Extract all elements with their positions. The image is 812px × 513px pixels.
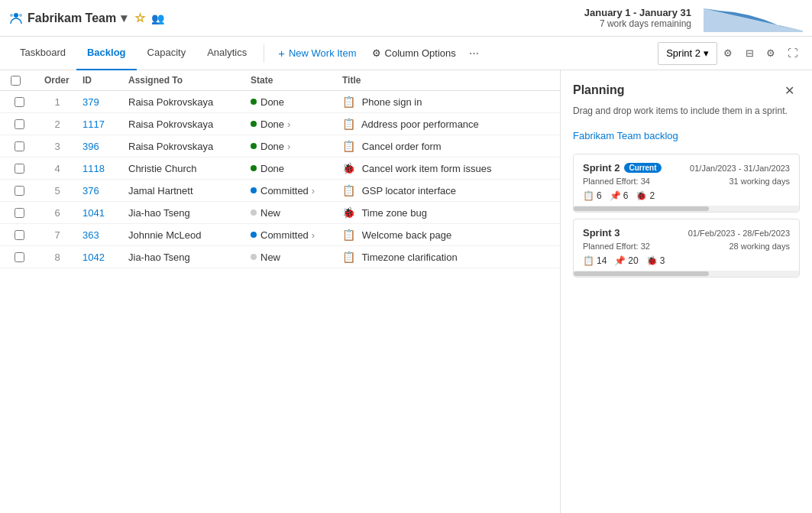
row-checkbox[interactable]: [15, 164, 24, 174]
tab-analytics[interactable]: Analytics: [196, 37, 257, 70]
col-header-title: Title: [336, 70, 560, 91]
state-dot: [251, 143, 257, 149]
more-options-button[interactable]: ⋯: [464, 43, 485, 64]
filter-icon[interactable]: ⊟: [739, 43, 760, 64]
row-assigned: Jia-hao Tseng: [122, 246, 244, 268]
task-icon: 📌: [614, 255, 626, 266]
work-item-id-link[interactable]: 1042: [82, 252, 105, 263]
row-checkbox-cell: [0, 135, 38, 157]
state-dot: [251, 121, 257, 127]
table-row: 6 1041 Jia-hao Tseng New 🐞 Time zone bug: [0, 202, 560, 224]
col-header-checkbox: [0, 70, 38, 91]
bug-icon: 🐞: [636, 190, 647, 201]
app-header: Fabrikam Team ▾ ☆ 👥 January 1 - January …: [0, 0, 812, 37]
sprint-tasks-count: 📌 20: [614, 255, 638, 266]
sprint-title-row: Sprint 2 Current 01/Jan/2023 - 31/Jan/20…: [583, 162, 790, 174]
state-text: New: [260, 207, 280, 219]
row-id: 1117: [76, 113, 122, 135]
planning-header: Planning ✕: [561, 70, 812, 106]
tab-capacity[interactable]: Capacity: [137, 37, 197, 70]
work-item-id-link[interactable]: 363: [82, 229, 99, 241]
star-icon[interactable]: ☆: [134, 11, 145, 25]
sprint-card-header: Sprint 3 01/Feb/2023 - 28/Feb/2023 Plann…: [574, 219, 799, 271]
bug-icon: 🐞: [342, 206, 355, 219]
column-options-icon: ⚙: [372, 47, 381, 59]
title-text: Cancel order form: [362, 141, 442, 152]
row-checkbox[interactable]: [15, 252, 24, 262]
row-order: 5: [38, 180, 76, 202]
state-dot: [251, 209, 257, 216]
title-text: Time zone bug: [361, 207, 427, 219]
col-header-id: ID: [76, 70, 122, 91]
row-checkbox[interactable]: [15, 97, 24, 107]
expand-arrow: ›: [312, 185, 315, 196]
tasks-num: 6: [623, 190, 629, 201]
work-item-id-link[interactable]: 1117: [82, 119, 105, 130]
table-row: 5 376 Jamal Hartnett Committed › 📋 GSP l…: [0, 180, 560, 202]
story-icon: 📋: [583, 190, 594, 201]
select-all-checkbox[interactable]: [11, 76, 21, 86]
settings-icon[interactable]: ⚙: [760, 43, 781, 64]
sprint-scrollbar-thumb: [574, 206, 709, 211]
title-text: GSP locator interface: [362, 185, 456, 196]
row-checkbox[interactable]: [15, 230, 24, 240]
state-text: New: [260, 252, 280, 263]
sprint-dropdown[interactable]: Sprint 2 ▾: [658, 42, 717, 65]
story-icon: 📋: [583, 255, 594, 266]
row-checkbox[interactable]: [15, 141, 24, 151]
members-icon[interactable]: 👥: [151, 12, 164, 24]
work-item-id-link[interactable]: 1118: [82, 163, 105, 174]
title-text: Address poor performance: [361, 119, 479, 130]
planning-description: Drag and drop work items to include them…: [561, 106, 812, 124]
work-item-id-link[interactable]: 376: [82, 185, 99, 196]
state-dot: [251, 187, 257, 193]
table-row: 1 379 Raisa Pokrovskaya Done 📋 Phone sig…: [0, 91, 560, 113]
row-checkbox-cell: [0, 113, 38, 135]
row-state: Done: [244, 91, 336, 113]
row-state: Committed ›: [244, 180, 336, 202]
work-item-id-link[interactable]: 396: [82, 141, 99, 152]
row-checkbox-cell: [0, 202, 38, 224]
story-icon: 📋: [342, 118, 355, 130]
dropdown-chevron-icon: ▾: [704, 47, 709, 59]
row-assigned: Raisa Pokrovskaya: [122, 135, 244, 157]
state-text: Done: [260, 119, 284, 130]
bugs-num: 2: [649, 190, 655, 201]
bug-icon: 🐞: [342, 162, 355, 174]
backlog-link[interactable]: Fabrikam Team backlog: [573, 130, 678, 141]
fullscreen-icon[interactable]: ⛶: [781, 43, 803, 64]
sprint-card-header: Sprint 2 Current 01/Jan/2023 - 31/Jan/20…: [574, 154, 799, 206]
column-options-button[interactable]: ⚙ Column Options: [364, 41, 464, 66]
sprint-scrollbar[interactable]: [574, 206, 799, 212]
main-layout: Order ID Assigned To State Title 1 379 R…: [0, 70, 812, 513]
new-work-item-button[interactable]: + New Work Item: [270, 41, 364, 66]
row-checkbox[interactable]: [15, 208, 24, 218]
col-header-assigned: Assigned To: [122, 70, 244, 91]
sprint-name: Sprint 2: [583, 162, 620, 174]
work-item-id-link[interactable]: 379: [82, 96, 99, 108]
team-dropdown-icon[interactable]: ▾: [121, 11, 127, 25]
work-item-id-link[interactable]: 1041: [82, 207, 105, 219]
tab-backlog[interactable]: Backlog: [76, 37, 137, 70]
sprint-scrollbar[interactable]: [574, 271, 799, 277]
row-title: 📋 Cancel order form: [336, 135, 560, 157]
row-checkbox[interactable]: [15, 119, 24, 129]
tab-taskboard[interactable]: Taskboard: [9, 37, 76, 70]
date-range: January 1 - January 31: [584, 7, 691, 18]
row-checkbox[interactable]: [15, 186, 24, 196]
filter-settings-icon[interactable]: ⚙: [717, 43, 739, 64]
planning-close-button[interactable]: ✕: [778, 80, 800, 101]
sprint-workdays: 28 working days: [730, 242, 791, 251]
row-order: 3: [38, 135, 76, 157]
sprint-dates: 01/Jan/2023 - 31/Jan/2023: [690, 164, 790, 173]
row-title: 📋 Address poor performance: [336, 113, 560, 135]
row-title: 🐞 Time zone bug: [336, 202, 560, 224]
row-state: New: [244, 246, 336, 268]
planning-body: Fabrikam Team backlog Sprint 2 Current 0…: [561, 124, 812, 513]
title-text: Cancel work item form issues: [362, 163, 492, 174]
row-order: 2: [38, 113, 76, 135]
row-id: 1118: [76, 157, 122, 180]
team-title-area: Fabrikam Team ▾ ☆ 👥: [9, 11, 164, 25]
svg-marker-4: [704, 8, 803, 32]
state-text: Done: [260, 141, 284, 152]
